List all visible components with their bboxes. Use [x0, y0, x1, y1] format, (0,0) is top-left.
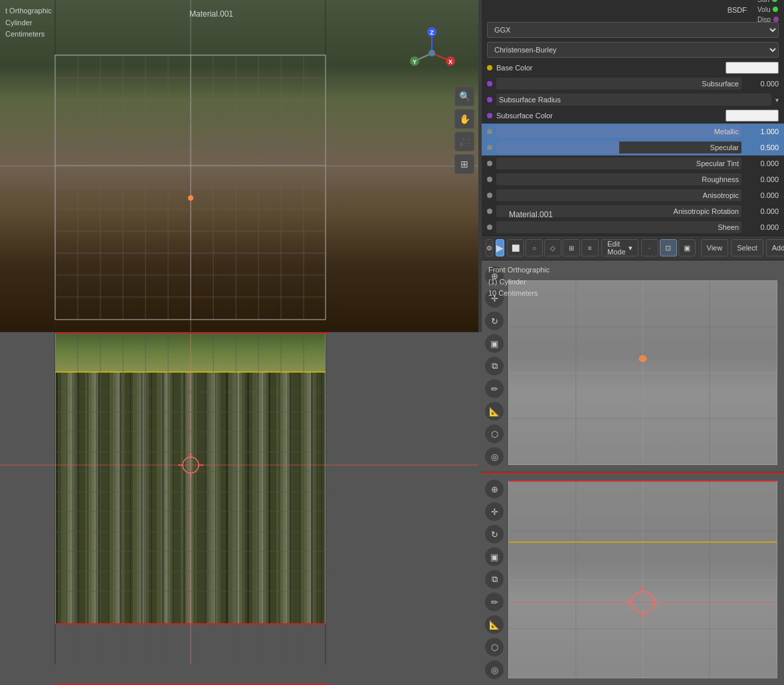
specular-row[interactable]: Specular 0.500: [482, 140, 784, 155]
svg-text:Y: Y: [413, 58, 417, 65]
scale-gizmo-b[interactable]: ▣: [484, 547, 504, 567]
select-menu-btn[interactable]: Select: [731, 239, 763, 256]
viewport-shading-btn[interactable]: ⚙: [486, 239, 493, 256]
right-panel: BSDF Surf Volu Disp GGX Christensen-Burl…: [482, 0, 784, 685]
select-icons-group: ⬜ ○ ◇ ⊞ ≡: [507, 239, 599, 256]
uv-vp-top-type: Front Orthographic: [488, 264, 549, 276]
axis-widget: Z X Y: [405, 27, 458, 80]
subsurface-socket: [487, 81, 492, 86]
sphere-gizmo[interactable]: ◎: [484, 446, 504, 466]
left-toolbar: 🔍 ✋ 🎥 ⊞: [454, 86, 474, 174]
metallic-row[interactable]: Metallic 1.000: [482, 124, 784, 140]
distribution-row: Christensen-Burley: [482, 40, 784, 60]
annotate-gizmo-b[interactable]: ✏: [484, 592, 504, 612]
uv-viewport-top[interactable]: Front Orthographic (1) Cylinder 10 Centi…: [482, 260, 784, 472]
edit-mode-dropdown[interactable]: Edit Mode ▾: [601, 239, 638, 256]
cube-gizmo-b[interactable]: ⬡: [484, 637, 504, 657]
surf-dot: [772, 0, 777, 2]
anisotropic-rotation-bar[interactable]: Anisotropic Rotation: [496, 205, 741, 217]
anisotropic-rotation-row[interactable]: Anisotropic Rotation 0.000: [482, 203, 784, 219]
sheen-label: Sheen: [718, 223, 739, 231]
base-color-row[interactable]: Base Color: [482, 60, 784, 76]
annotate-gizmo[interactable]: ✏: [484, 379, 504, 399]
specular-tint-bar[interactable]: Specular Tint: [496, 157, 741, 169]
zoom-in-btn[interactable]: 🔍: [454, 86, 474, 106]
bottom-uv-viewport[interactable]: [0, 332, 482, 685]
metallic-value: 1.000: [745, 128, 779, 136]
svg-text:X: X: [448, 58, 452, 65]
object-name: Cylinder: [5, 17, 52, 29]
specular-socket: [487, 145, 492, 150]
volu-dot: [773, 7, 778, 12]
anisotropic-row[interactable]: Anisotropic 0.000: [482, 187, 784, 203]
ggx-row: GGX: [482, 20, 784, 40]
cursor-gizmo-b[interactable]: ⊕: [484, 479, 504, 499]
cube-gizmo[interactable]: ⬡: [484, 424, 504, 444]
mesh-select-group: · ⊡ ▣: [641, 239, 696, 256]
face-select-icon[interactable]: ▣: [678, 239, 696, 256]
sheen-socket: [487, 225, 492, 230]
volu-output: Volu: [757, 6, 779, 13]
rotate-gizmo[interactable]: ↻: [484, 311, 504, 331]
ggx-dropdown[interactable]: GGX: [487, 22, 779, 38]
scale-label: Centimeters: [5, 29, 52, 41]
pan-btn[interactable]: ✋: [454, 109, 474, 129]
edge-select-icon[interactable]: ⊡: [660, 239, 677, 256]
rotate-gizmo-b[interactable]: ↻: [484, 524, 504, 544]
specular-value: 0.500: [745, 144, 779, 151]
ruler-gizmo-b[interactable]: 📐: [484, 615, 504, 635]
subsurface-color-row[interactable]: Subsurface Color: [482, 108, 784, 124]
subsurface-row[interactable]: Subsurface 0.000: [482, 76, 784, 92]
svg-text:Z: Z: [430, 29, 434, 36]
metallic-bar[interactable]: Metallic: [496, 126, 741, 138]
scale-gizmo[interactable]: ▣: [484, 334, 504, 353]
svg-point-9: [429, 50, 435, 56]
add-menu-btn[interactable]: Add: [766, 239, 784, 256]
transform-gizmo-b[interactable]: ⧉: [484, 569, 504, 589]
anisotropic-value: 0.000: [745, 191, 779, 199]
anisotropic-rotation-socket: [487, 209, 492, 214]
ruler-gizmo[interactable]: 📐: [484, 401, 504, 421]
uv-bottom-gizmos: ⊕ ✛ ↻ ▣ ⧉ ✏ 📐 ⬡ ◎: [484, 479, 504, 680]
subsurface-radius-bar[interactable]: Subsurface Radius: [496, 94, 771, 106]
link-select-icon[interactable]: ≡: [581, 239, 599, 256]
subsurface-color-swatch[interactable]: [726, 110, 779, 122]
specular-tint-row[interactable]: Specular Tint 0.000: [482, 155, 784, 171]
orbit-btn[interactable]: 🎥: [454, 132, 474, 151]
subsurface-color-label: Subsurface Color: [496, 112, 722, 120]
base-color-swatch[interactable]: [726, 62, 779, 74]
metallic-fill: [496, 126, 741, 138]
sphere-gizmo-b[interactable]: ◎: [484, 660, 504, 680]
view-menu-btn[interactable]: View: [701, 239, 729, 256]
roughness-row[interactable]: Roughness 0.000: [482, 171, 784, 187]
sheen-value: 0.000: [745, 223, 779, 231]
box-select-icon[interactable]: ⬜: [507, 239, 524, 256]
anisotropic-label: Anisotropic: [703, 191, 739, 199]
anisotropic-rotation-label: Anisotropic Rotation: [674, 207, 739, 215]
specular-bar[interactable]: Specular: [496, 142, 741, 153]
circle-select-icon[interactable]: ○: [526, 239, 543, 256]
uv-vp-top-scale: 10 Centimeters: [488, 288, 549, 300]
sheen-bar[interactable]: Sheen: [496, 221, 741, 233]
subsurface-radius-label: Subsurface Radius: [499, 96, 561, 104]
checker-select-icon[interactable]: ⊞: [563, 239, 580, 256]
vert-select-icon[interactable]: ·: [641, 239, 658, 256]
select-tool-btn[interactable]: ▶: [496, 239, 504, 256]
sheen-row[interactable]: Sheen 0.000: [482, 219, 784, 235]
grid-btn[interactable]: ⊞: [454, 154, 474, 174]
left-panel: t Orthographic Cylinder Centimeters Z X …: [0, 0, 482, 685]
lasso-select-icon[interactable]: ◇: [544, 239, 561, 256]
svg-point-76: [638, 355, 647, 362]
anisotropic-bar[interactable]: Anisotropic: [496, 189, 741, 201]
uv-viewport-bottom[interactable]: ⊕ ✛ ↻ ▣ ⧉ ✏ 📐 ⬡ ◎: [482, 472, 784, 685]
base-color-socket: [487, 65, 492, 70]
distribution-dropdown[interactable]: Christensen-Burley: [487, 42, 779, 58]
specular-tint-value: 0.000: [745, 159, 779, 167]
subsurface-radius-row[interactable]: Subsurface Radius ▾: [482, 92, 784, 108]
surf-label: Surf: [757, 0, 769, 3]
roughness-bar[interactable]: Roughness: [496, 173, 741, 185]
subsurface-bar[interactable]: Subsurface: [496, 78, 741, 90]
move-gizmo-b[interactable]: ✛: [484, 502, 504, 522]
transform-gizmo[interactable]: ⧉: [484, 356, 504, 376]
viewport-type: t Orthographic: [5, 5, 52, 17]
